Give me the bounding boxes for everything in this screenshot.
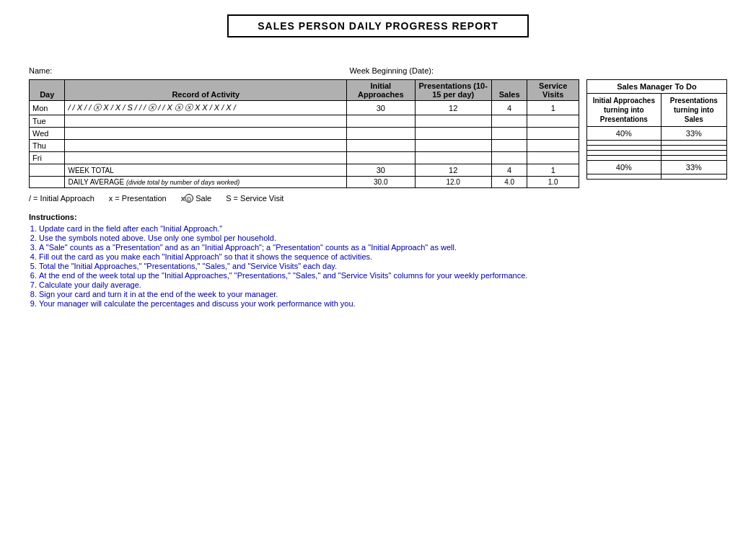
legend-sale: x⊙ Sale — [181, 194, 212, 203]
row-pres: 12 — [415, 101, 491, 115]
manager-row-col2: 33% — [661, 127, 726, 141]
total-service: 1 — [527, 164, 579, 177]
activity-row: Wed — [30, 128, 579, 140]
name-label: Name: — [29, 66, 52, 75]
manager-data-row — [587, 156, 727, 161]
col-pres-header: Presentations (10-15 per day) — [415, 80, 491, 101]
activity-row: Thu — [30, 140, 579, 152]
row-pres — [415, 140, 491, 152]
total-label: WEEK TOTAL — [65, 164, 347, 177]
row-activity — [65, 152, 347, 164]
manager-total-row: 40% 33% — [587, 161, 727, 174]
row-day: Thu — [30, 140, 65, 152]
manager-row-col2 — [661, 151, 726, 156]
instruction-item: Use the symbols noted above. Use only on… — [39, 234, 579, 242]
manager-row-col1: 40% — [587, 127, 662, 141]
manager-data-row — [587, 151, 727, 156]
total-sales: 4 — [491, 164, 527, 177]
row-sales — [491, 140, 527, 152]
row-service — [527, 128, 579, 140]
row-pres — [415, 115, 491, 128]
total-row: WEEK TOTAL 30 12 4 1 — [30, 164, 579, 177]
col-day-header: Day — [30, 80, 65, 101]
manager-data-row — [587, 141, 727, 146]
row-service — [527, 152, 579, 164]
instruction-item: Update card in the field after each "Ini… — [39, 224, 579, 233]
avg-label: DAILY AVERAGE (divide total by number of… — [65, 177, 347, 188]
manager-col2-header: Presentations turning into Sales — [661, 94, 726, 127]
instruction-item: Total the "Initial Approaches," "Present… — [39, 262, 579, 270]
row-sales — [491, 128, 527, 140]
manager-avg-row — [587, 174, 727, 180]
row-pres — [415, 128, 491, 140]
manager-row-col2 — [661, 146, 726, 151]
activity-row: Mon / / X / / ⓧ X / X / S / / / ⓧ / / X … — [30, 101, 579, 115]
legend-initial: / = Initial Approach — [29, 194, 94, 203]
page-title: SALES PERSON DAILY PROGRESS REPORT — [227, 14, 529, 37]
manager-total-col1: 40% — [587, 161, 662, 174]
row-day: Tue — [30, 115, 65, 128]
manager-total-col2: 33% — [661, 161, 726, 174]
row-activity — [65, 115, 347, 128]
row-day: Fri — [30, 152, 65, 164]
row-day: Mon — [30, 101, 65, 115]
manager-row-col1 — [587, 156, 662, 161]
row-activity: / / X / / ⓧ X / X / S / / / ⓧ / / X ⓧ ⓧ … — [65, 101, 347, 115]
row-sales — [491, 152, 527, 164]
week-label: Week Beginning (Date): — [349, 66, 434, 75]
avg-service: 1.0 — [527, 177, 579, 188]
row-sales: 4 — [491, 101, 527, 115]
instruction-item: Calculate your daily average. — [39, 280, 579, 289]
col-sales-header: Sales — [491, 80, 527, 101]
col-record-header: Record of Activity — [65, 80, 347, 101]
row-pres — [415, 152, 491, 164]
row-initial — [347, 152, 415, 164]
row-day: Wed — [30, 128, 65, 140]
row-sales — [491, 115, 527, 128]
manager-table: Sales Manager To Do Initial Approaches t… — [586, 79, 727, 180]
avg-pres: 12.0 — [415, 177, 491, 188]
manager-data-row: 40% 33% — [587, 127, 727, 141]
instructions-title: Instructions: — [29, 213, 579, 221]
instruction-item: A "Sale" counts as a "Presentation" and … — [39, 243, 579, 252]
instructions: Instructions: Update card in the field a… — [29, 213, 579, 308]
col-initial-header: Initial Approaches — [347, 80, 415, 101]
row-initial: 30 — [347, 101, 415, 115]
manager-avg-col1 — [587, 174, 662, 180]
row-activity — [65, 128, 347, 140]
manager-col1-header: Initial Approaches turning into Presenta… — [587, 94, 662, 127]
manager-data-row — [587, 146, 727, 151]
row-initial — [347, 128, 415, 140]
row-activity — [65, 140, 347, 152]
activity-row: Tue — [30, 115, 579, 128]
instruction-item: Your manager will calculate the percenta… — [39, 299, 579, 308]
row-initial — [347, 140, 415, 152]
row-service: 1 — [527, 101, 579, 115]
instruction-item: At the end of the week total up the "Ini… — [39, 271, 579, 280]
avg-sales: 4.0 — [491, 177, 527, 188]
manager-row-col1 — [587, 146, 662, 151]
manager-row-col1 — [587, 141, 662, 146]
total-pres: 12 — [415, 164, 491, 177]
legend: / = Initial Approach x = Presentation x⊙… — [29, 194, 579, 203]
instruction-item: Sign your card and turn it in at the end… — [39, 290, 579, 298]
manager-row-col2 — [661, 156, 726, 161]
row-service — [527, 115, 579, 128]
legend-service: S = Service Visit — [226, 194, 284, 203]
total-initial: 30 — [347, 164, 415, 177]
activity-table: Day Record of Activity Initial Approache… — [29, 79, 579, 188]
manager-row-col1 — [587, 151, 662, 156]
col-service-header: Service Visits — [527, 80, 579, 101]
instruction-item: Fill out the card as you make each "Init… — [39, 252, 579, 261]
activity-row: Fri — [30, 152, 579, 164]
legend-presentation: x = Presentation — [109, 194, 167, 203]
avg-row: DAILY AVERAGE (divide total by number of… — [30, 177, 579, 188]
avg-initial: 30.0 — [347, 177, 415, 188]
manager-row-col2 — [661, 141, 726, 146]
row-initial — [347, 115, 415, 128]
row-service — [527, 140, 579, 152]
manager-avg-col2 — [661, 174, 726, 180]
manager-title: Sales Manager To Do — [587, 80, 727, 94]
